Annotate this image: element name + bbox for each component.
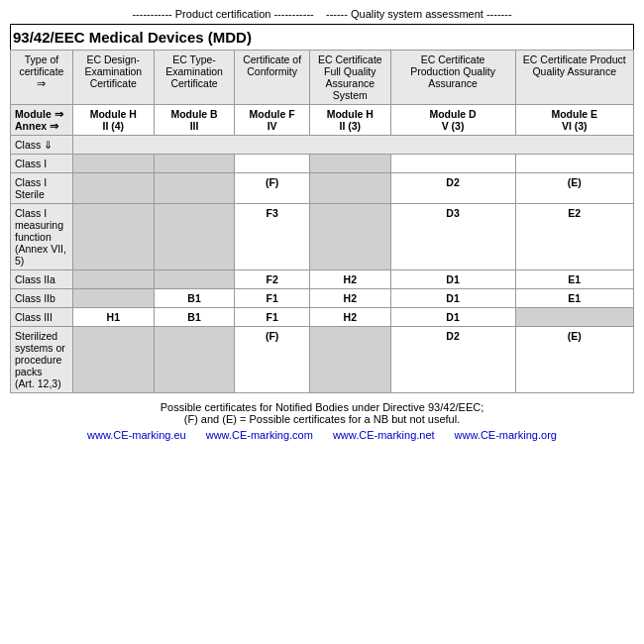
footer-links: www.CE-marking.euwww.CE-marking.comwww.C… — [10, 429, 634, 441]
footer-link[interactable]: www.CE-marking.eu — [87, 429, 186, 441]
cell-design — [72, 289, 154, 308]
cell-type: B1 — [154, 289, 235, 308]
cell-conformity: F3 — [235, 204, 309, 270]
cell-fqa: H2 — [309, 270, 390, 289]
cell-design — [72, 270, 154, 289]
class-header-row: Class ⇓ — [11, 136, 634, 155]
footer-note1: Possible certificates for Notified Bodie… — [10, 401, 634, 413]
cell-pqa_product: (E) — [515, 173, 634, 204]
footer-link[interactable]: www.CE-marking.net — [333, 429, 435, 441]
cell-fqa: H2 — [309, 289, 390, 308]
row-label: Class ISterile — [11, 173, 73, 204]
col-ec-pqa-product: EC Certificate Product Quality Assurance — [515, 51, 634, 105]
col-ec-type: EC Type-Examination Certificate — [154, 51, 235, 105]
module-design: Module HII (4) — [72, 105, 154, 136]
footer-link[interactable]: www.CE-marking.com — [206, 429, 313, 441]
col-type-cert: Type of certificate ⇒ — [11, 51, 73, 105]
cell-pqa_prod: D1 — [390, 289, 515, 308]
class-header-spacer — [72, 136, 633, 155]
module-pqa-product: Module EVI (3) — [515, 105, 634, 136]
main-title: 93/42/EEC Medical Devices (MDD) — [10, 24, 634, 50]
cell-type — [154, 270, 235, 289]
cell-design — [72, 155, 154, 173]
module-type: Module BIII — [154, 105, 235, 136]
row-label: Class III — [11, 308, 73, 327]
row-label: Class IIa — [11, 270, 73, 289]
row-label: Class I — [11, 155, 73, 173]
footer: Possible certificates for Notified Bodie… — [10, 401, 634, 425]
cell-conformity: F1 — [235, 289, 309, 308]
cell-pqa_product: E1 — [515, 270, 634, 289]
module-conf: Module FIV — [235, 105, 309, 136]
quality-sys-label: ------ Quality system assessment ------- — [326, 8, 512, 20]
table-row: Class I — [11, 155, 634, 173]
table-row: Class IIIH1B1F1H2D1 — [11, 308, 634, 327]
footer-note2: (F) and (E) = Possible certificates for … — [10, 413, 634, 425]
cell-fqa — [309, 327, 390, 393]
cell-type — [154, 173, 235, 204]
table-row: Class IIaF2H2D1E1 — [11, 270, 634, 289]
cell-type — [154, 204, 235, 270]
cell-pqa_prod — [390, 155, 515, 173]
cell-type — [154, 327, 235, 393]
cell-pqa_prod: D1 — [390, 270, 515, 289]
table-row: Class IIbB1F1H2D1E1 — [11, 289, 634, 308]
footer-link[interactable]: www.CE-marking.org — [455, 429, 557, 441]
class-header-cell: Class ⇓ — [11, 136, 73, 155]
col-ec-design: EC Design-Examination Certificate — [72, 51, 154, 105]
cell-pqa_prod: D2 — [390, 173, 515, 204]
row-label: Class Imeasuringfunction(Annex VII, 5) — [11, 204, 73, 270]
cell-fqa — [309, 173, 390, 204]
cell-conformity: F2 — [235, 270, 309, 289]
col-cert-conformity: Certificate of Conformity — [235, 51, 309, 105]
mdd-table: Type of certificate ⇒ EC Design-Examinat… — [10, 50, 634, 393]
cell-pqa_product — [515, 155, 634, 173]
module-row: Module ⇒Annex ⇒ Module HII (4) Module BI… — [11, 105, 634, 136]
product-cert-label: ----------- Product certification ------… — [132, 8, 313, 20]
cell-conformity: (F) — [235, 173, 309, 204]
cell-design — [72, 204, 154, 270]
cell-pqa_prod: D2 — [390, 327, 515, 393]
col-ec-pqa-prod: EC Certificate Production Quality Assura… — [390, 51, 515, 105]
cell-fqa — [309, 155, 390, 173]
cell-design — [72, 327, 154, 393]
cell-type — [154, 155, 235, 173]
cell-pqa_prod: D1 — [390, 308, 515, 327]
module-label: Module ⇒Annex ⇒ — [15, 108, 63, 132]
row-label: Sterilizedsystems orprocedurepacks(Art. … — [11, 327, 73, 393]
cell-conformity: F1 — [235, 308, 309, 327]
cell-fqa — [309, 204, 390, 270]
cell-design: H1 — [72, 308, 154, 327]
table-row: Sterilizedsystems orprocedurepacks(Art. … — [11, 327, 634, 393]
column-header-row: Type of certificate ⇒ EC Design-Examinat… — [11, 51, 634, 105]
module-fqa: Module HII (3) — [309, 105, 390, 136]
module-label-cell: Module ⇒Annex ⇒ — [11, 105, 73, 136]
cell-pqa_product — [515, 308, 634, 327]
cell-conformity: (F) — [235, 327, 309, 393]
top-header: ----------- Product certification ------… — [10, 8, 634, 20]
row-label: Class IIb — [11, 289, 73, 308]
cell-pqa_product: (E) — [515, 327, 634, 393]
col-ec-fqa: EC Certificate Full Quality Assurance Sy… — [309, 51, 390, 105]
cell-design — [72, 173, 154, 204]
cell-pqa_product: E1 — [515, 289, 634, 308]
cell-type: B1 — [154, 308, 235, 327]
table-row: Class ISterile(F)D2(E) — [11, 173, 634, 204]
table-row: Class Imeasuringfunction(Annex VII, 5)F3… — [11, 204, 634, 270]
cell-fqa: H2 — [309, 308, 390, 327]
cell-pqa_prod: D3 — [390, 204, 515, 270]
cell-conformity — [235, 155, 309, 173]
module-pqa-prod: Module DV (3) — [390, 105, 515, 136]
cell-pqa_product: E2 — [515, 204, 634, 270]
